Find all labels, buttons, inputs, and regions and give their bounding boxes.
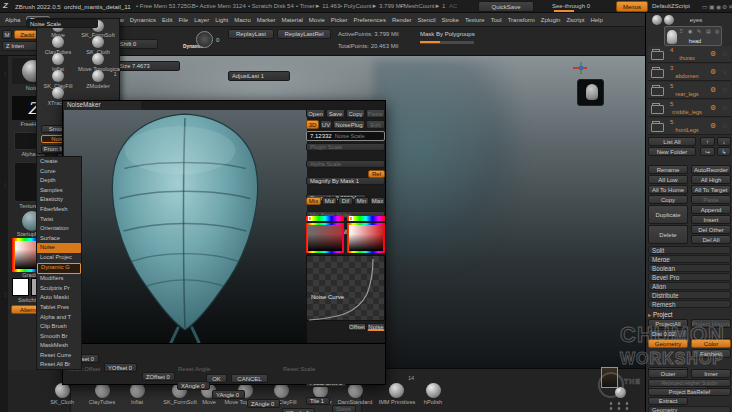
mask-by-polygroups-slider[interactable]: Mask By Polygroups [420,31,475,37]
del-other-button[interactable]: Del Other [691,225,731,234]
menu-macro[interactable]: Macro [234,17,251,23]
shelf-brush-thumb[interactable] [55,383,70,398]
menu-stencil[interactable]: Stencil [418,17,436,23]
palette-item-modifiers[interactable]: Modifiers [37,274,81,284]
duplicate-button[interactable]: Duplicate [648,205,688,224]
axis-gizmo[interactable] [573,60,589,76]
replay-last-button[interactable]: ReplayLast [228,29,274,39]
color-picker-b[interactable] [347,223,385,253]
xscale-slider[interactable]: XScale 1 [282,408,315,412]
folder-icon[interactable] [651,51,664,60]
menu-texture[interactable]: Texture [465,17,485,23]
all-high-button[interactable]: All High [691,175,731,184]
popup-brush-thumb[interactable] [52,53,64,65]
noise-curve-area[interactable]: Noise Curve [306,255,385,321]
blend-max-button[interactable]: Max [370,197,385,205]
popup-brush-thumb[interactable] [52,87,64,99]
palette-item-reset-all[interactable]: Reset All Br [37,360,81,370]
palette-item-samples[interactable]: Samples [37,186,81,196]
replay-last-rel-button[interactable]: ReplayLastRel [277,29,331,39]
m-button[interactable]: M [2,30,12,39]
shelf-brush-thumb[interactable] [274,383,289,398]
subtool-mini-thumb[interactable] [652,15,662,25]
palette-item-elasticity[interactable]: Elasticity [37,195,81,205]
project-color-button[interactable]: Color [691,339,731,348]
eye-icon[interactable]: ◉ [688,28,692,34]
folder-icon[interactable] [651,69,664,78]
layout-icon[interactable]: ▣ [709,3,715,10]
camview-head[interactable] [577,79,604,106]
yoffset-slider[interactable]: YOffset 0 [104,363,137,372]
main-color-swatch[interactable] [12,278,29,296]
hue-marker[interactable] [308,216,312,221]
menu-movie[interactable]: Movie [309,17,325,23]
shelf-brush-thumb[interactable] [348,383,363,398]
palette-item-create[interactable]: Create [37,157,81,167]
menu-dynamics[interactable]: Dynamics [130,17,156,23]
subtool-folder-row[interactable]: 5 frontLegs ⚙ ♡ [648,118,731,135]
rel-button[interactable]: Rel [368,170,385,178]
popup-brush-thumb[interactable] [52,36,64,48]
project-all-button[interactable]: ProjectAll [648,319,688,328]
palette-item-smooth-brush[interactable]: Smooth Br [37,332,81,342]
menu-tool[interactable]: Tool [491,17,502,23]
autoreorder-button[interactable]: AutoReorder [691,165,731,174]
subtool-up-button[interactable]: ↑ [700,137,715,146]
mode-uv-button[interactable]: UV [320,120,332,129]
section-distribute[interactable]: Distribute [648,291,731,299]
palette-item-noise[interactable]: Noise [37,243,81,253]
seethrough-slider[interactable]: See-through 0 [552,3,590,9]
section-boolean[interactable]: Boolean [648,264,731,272]
popup-brush-thumb[interactable] [92,36,104,48]
section-bevel-pro[interactable]: Bevel Pro [648,273,731,281]
palette-item-fibermesh[interactable]: FiberMesh [37,205,81,215]
zbrush-logo-icon[interactable]: Z [3,1,8,10]
menu-material[interactable]: Material [282,17,303,23]
palette-item-sculptris-pro[interactable]: Sculptris Pr [37,284,81,294]
menu-picker[interactable]: Picker [331,17,348,23]
menu-file[interactable]: File [178,17,188,23]
noise-scale-mini-slider[interactable]: Noise Scale [26,19,98,28]
ok-button[interactable]: OK [206,374,227,383]
section-split[interactable]: Split [648,246,731,254]
zangle-slider[interactable]: ZAngle 0 [247,399,280,408]
append-button[interactable]: Append [691,205,731,214]
rename-button[interactable]: Rename [648,165,688,174]
heart-icon[interactable]: ♡ [722,104,727,111]
menu-transform[interactable]: Transform [508,17,535,23]
mode-3d-button[interactable]: 3D [306,120,319,129]
insert-button[interactable]: Insert [691,215,731,224]
current-tool-thumbnail[interactable] [601,367,618,388]
menu-marker[interactable]: Marker [257,17,276,23]
menu-help[interactable]: Help [590,17,602,23]
shelf-brush-thumb[interactable] [130,383,145,398]
move-to-folder-icon[interactable]: ↪ [700,147,715,156]
curve-noise-button[interactable]: Noise [367,323,385,331]
copy-button[interactable]: Copy [346,109,365,118]
noise-scale-value[interactable]: 7.12332 [310,133,332,139]
heart-icon[interactable]: ♡ [722,122,727,129]
menu-preferences[interactable]: Preferences [354,17,386,23]
menu-edit[interactable]: Edit [162,17,172,23]
tool-sphere-thumb[interactable] [615,387,626,398]
heart-icon[interactable]: ♡ [722,86,727,93]
subtool-folder-row[interactable]: 5 middle_legs ⚙ ♡ [648,100,731,117]
list-all-button[interactable]: List All [648,137,696,146]
section-remesh[interactable]: Remesh [648,300,731,308]
drag-dots-icon[interactable]: ⠿ [679,28,683,34]
yangle-slider[interactable]: YAngle 0 [212,390,245,399]
copy-subtool-button[interactable]: Copy [648,195,688,204]
popup-brush-thumb[interactable] [92,53,104,65]
polypaint-icon[interactable]: ✎ [697,28,701,34]
menus-button[interactable]: Menus [616,1,648,12]
palette-item-surface[interactable]: Surface [37,234,81,244]
uv-icon[interactable]: ▤ [706,28,711,34]
visibility-icon[interactable]: ◎ [715,28,719,34]
menu-layer[interactable]: Layer [194,17,209,23]
outer-button[interactable]: Outer [648,369,688,378]
cancel-button[interactable]: CANCEL [231,374,268,383]
palette-item-clip-brush[interactable]: Clip Brush [37,322,81,332]
gear-icon[interactable]: ⚙ [710,68,716,76]
hue-strip-left[interactable] [306,216,344,221]
palette-item-depth[interactable]: Depth [37,176,81,186]
